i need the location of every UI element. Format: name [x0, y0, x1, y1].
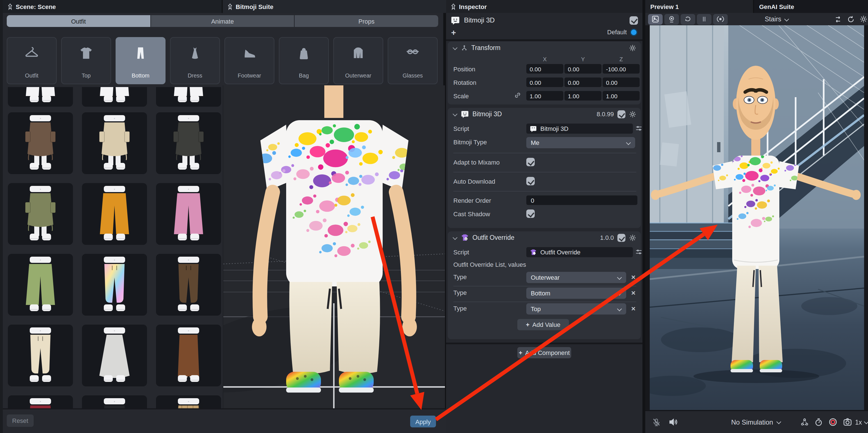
preview-webcam-mode-button[interactable]	[664, 14, 679, 24]
clothing-item-thumbnail[interactable]	[156, 395, 221, 408]
clothing-item-thumbnail[interactable]	[156, 183, 221, 245]
category-top[interactable]: Top	[61, 37, 111, 84]
tab-props[interactable]: Props	[295, 15, 438, 27]
gear-icon[interactable]	[629, 110, 636, 118]
preview-letterbox-left	[645, 25, 650, 410]
reset-button[interactable]: Reset	[7, 414, 34, 427]
transform-value-field[interactable]: 0.00	[564, 78, 601, 87]
cast-shadow-checkbox[interactable]	[526, 209, 535, 218]
script-options-icon[interactable]	[635, 248, 643, 256]
gear-icon[interactable]	[860, 15, 867, 23]
preview-rotate-mode-button[interactable]	[681, 14, 695, 24]
preview-viewport[interactable]	[650, 25, 864, 410]
override-type-dropdown[interactable]: Top	[526, 303, 626, 315]
add-value-button[interactable]: +Add Value	[517, 319, 569, 330]
restart-icon[interactable]	[847, 15, 855, 23]
remove-value-button[interactable]: ×	[631, 273, 636, 281]
clothing-item-thumbnail[interactable]	[156, 87, 221, 107]
clothing-item-thumbnail[interactable]	[82, 254, 147, 316]
category-glasses[interactable]: Glasses	[388, 37, 438, 84]
swap-camera-icon[interactable]	[834, 15, 842, 23]
auto-download-checkbox[interactable]	[526, 177, 535, 185]
preview-image-mode-button[interactable]	[648, 14, 663, 24]
category-footwear[interactable]: Footwear	[224, 37, 274, 84]
clothing-item-thumbnail[interactable]	[156, 112, 221, 174]
component-enabled-checkbox[interactable]	[618, 110, 626, 118]
link-scale-icon[interactable]	[514, 91, 521, 99]
transform-value-field[interactable]: 0.00	[602, 78, 640, 87]
default-state-dot[interactable]	[630, 28, 638, 36]
category-bag[interactable]: Bag	[279, 37, 329, 84]
gear-icon[interactable]	[629, 44, 636, 51]
preview-pause-button[interactable]	[697, 14, 711, 24]
render-order-input[interactable]: 0	[526, 196, 638, 205]
plus-icon[interactable]: +	[451, 27, 456, 37]
clothing-item-thumbnail[interactable]	[8, 183, 73, 245]
gear-icon[interactable]	[629, 234, 636, 241]
chevron-down-icon[interactable]	[452, 112, 457, 117]
transform-value-field[interactable]: 1.00	[564, 91, 601, 100]
clothing-item-thumbnail[interactable]	[8, 112, 73, 174]
object-enabled-checkbox[interactable]	[629, 16, 638, 24]
record-icon[interactable]	[828, 417, 838, 427]
clothing-item-thumbnail[interactable]	[82, 395, 147, 408]
component-enabled-checkbox[interactable]	[618, 234, 626, 242]
tab-scene[interactable]: Scene: Scene	[3, 0, 222, 13]
clothing-item-thumbnail[interactable]	[82, 87, 147, 107]
transform-value-field[interactable]: 1.00	[602, 91, 640, 100]
chevron-down-icon[interactable]	[452, 45, 457, 50]
remove-value-button[interactable]: ×	[631, 305, 636, 312]
profiler-icon[interactable]	[814, 417, 823, 427]
add-component-button[interactable]: +Add Component	[517, 347, 571, 358]
transform-row-label: Scale	[453, 93, 469, 99]
clothing-item-thumbnail[interactable]	[8, 395, 73, 408]
tab-preview-1[interactable]: Preview 1	[645, 0, 753, 13]
transform-value-field[interactable]: 0.00	[526, 78, 563, 87]
clothing-item-thumbnail[interactable]	[8, 254, 73, 316]
transform-value-field[interactable]: 1.00	[526, 91, 563, 100]
camera-selector[interactable]: Stairs	[765, 16, 789, 23]
script-field[interactable]: Outfit Override	[526, 247, 633, 257]
connections-icon[interactable]	[800, 417, 809, 427]
render-order-label: Render Order	[453, 197, 491, 204]
microphone-muted-icon[interactable]	[652, 417, 661, 427]
snapshot-camera-icon[interactable]	[843, 417, 852, 427]
clothing-item-thumbnail[interactable]	[82, 325, 147, 386]
category-bottom[interactable]: Bottom	[116, 37, 165, 84]
category-outerwear[interactable]: Outerwear	[333, 37, 383, 84]
transform-value-field[interactable]: -100.00	[602, 64, 640, 74]
tab-outfit[interactable]: Outfit	[7, 15, 150, 27]
override-type-dropdown[interactable]: Bottom	[526, 288, 626, 299]
playback-speed-selector[interactable]: 1x	[855, 419, 868, 426]
tab-bitmoji-suite[interactable]: Bitmoji Suite	[223, 0, 446, 13]
simulation-selector[interactable]: No Simulation	[711, 418, 801, 426]
adapt-mixamo-checkbox[interactable]	[526, 158, 535, 166]
script-field[interactable]: Bitmoji 3D	[526, 123, 633, 134]
preview-eye-button[interactable]	[713, 14, 728, 24]
bitmoji-icon	[461, 110, 469, 118]
transform-value-field[interactable]: 0.00	[564, 64, 601, 74]
category-dress[interactable]: Dress	[170, 37, 220, 84]
remove-value-button[interactable]: ×	[631, 289, 636, 296]
clothing-item-thumbnail[interactable]	[156, 325, 221, 386]
clothing-item-thumbnail[interactable]	[156, 254, 221, 316]
category-outfit[interactable]: Outfit	[7, 37, 57, 84]
tab-genai-suite[interactable]: GenAI Suite	[754, 0, 868, 13]
chevron-down-icon[interactable]	[452, 235, 457, 240]
preview-letterbox-right	[864, 25, 868, 410]
category-label: Outfit	[25, 73, 38, 79]
preview-tabbar: Preview 1 GenAI Suite	[645, 0, 868, 13]
clothing-item-thumbnail[interactable]	[8, 325, 73, 386]
override-type-dropdown[interactable]: Outerwear	[526, 272, 626, 283]
clothing-item-thumbnail[interactable]	[82, 183, 147, 245]
apply-button[interactable]: Apply	[410, 415, 436, 427]
tab-inspector[interactable]: Inspector	[446, 0, 643, 13]
transform-value-field[interactable]: 0.00	[526, 64, 563, 74]
script-options-icon[interactable]	[635, 125, 643, 132]
clothing-item-thumbnail[interactable]	[8, 87, 73, 107]
clothing-item-thumbnail[interactable]	[82, 112, 147, 174]
bitmoji-type-dropdown[interactable]: Me	[526, 137, 635, 148]
outfit-3d-viewport[interactable]	[223, 85, 445, 408]
speaker-icon[interactable]	[668, 417, 678, 427]
tab-animate[interactable]: Animate	[151, 15, 294, 27]
